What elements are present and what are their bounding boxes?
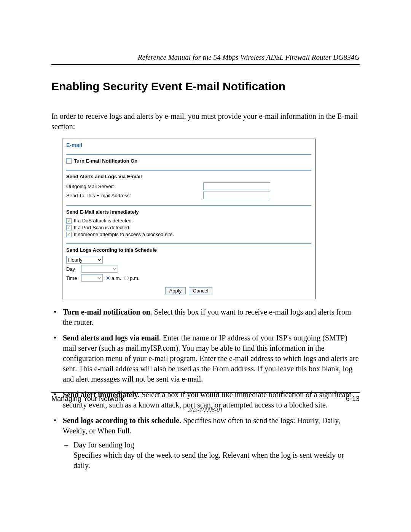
smtp-label: Outgoing Mail Server: xyxy=(66,184,203,189)
bullet-item: Send alerts and logs via email. Enter th… xyxy=(51,333,360,384)
portscan-label: If a Port Scan is detected. xyxy=(74,225,131,230)
panel-divider xyxy=(66,243,311,244)
blocked-site-checkbox[interactable]: ✓ xyxy=(66,232,72,237)
page: Reference Manual for the 54 Mbps Wireles… xyxy=(0,0,411,532)
turn-on-label: Turn E-mail Notification On xyxy=(74,158,137,164)
portscan-checkbox[interactable]: ✓ xyxy=(66,225,72,230)
running-header: Reference Manual for the 54 Mbps Wireles… xyxy=(51,53,360,62)
footer-right: 6-13 xyxy=(346,395,360,403)
day-row: Day xyxy=(66,265,311,273)
bullet-item: Turn e-mail notification on. Select this… xyxy=(51,307,360,328)
am-radio[interactable] xyxy=(106,276,110,280)
sub-list: Day for sending log Specifies which day … xyxy=(63,440,360,471)
immediate-item[interactable]: ✓ If a Port Scan is detected. xyxy=(66,225,311,230)
time-label: Time xyxy=(66,275,81,281)
bullet-lead: Turn e-mail notification on xyxy=(63,308,150,316)
freq-row: Hourly xyxy=(66,256,311,264)
turn-on-checkbox[interactable] xyxy=(66,158,72,164)
cancel-button[interactable]: Cancel xyxy=(189,287,212,294)
to-input[interactable] xyxy=(203,192,270,199)
pm-radio[interactable] xyxy=(124,276,129,280)
blocked-site-label: If someone attempts to access a blocked … xyxy=(74,232,174,237)
dos-checkbox[interactable]: ✓ xyxy=(66,218,72,224)
section-title: Enabling Security Event E-mail Notificat… xyxy=(51,80,360,93)
immediate-item[interactable]: ✓ If a DoS attack is detected. xyxy=(66,218,311,224)
time-select[interactable] xyxy=(81,274,103,282)
bullet-lead: Send alerts and logs via email xyxy=(63,334,159,342)
sub-line1: Day for sending log xyxy=(73,441,134,449)
day-select[interactable] xyxy=(81,265,118,273)
turn-on-row[interactable]: Turn E-mail Notification On xyxy=(66,158,311,164)
header-rule xyxy=(51,64,360,65)
immediate-heading: Send E-Mail alerts immediately xyxy=(66,209,311,215)
email-settings-panel: E-mail Turn E-mail Notification On Send … xyxy=(62,139,315,299)
schedule-heading: Send Logs According to this Schedule xyxy=(66,247,311,253)
immediate-item[interactable]: ✓ If someone attempts to access a blocke… xyxy=(66,232,311,237)
smtp-row: Outgoing Mail Server: xyxy=(66,182,311,190)
footer-rule xyxy=(51,392,360,393)
page-footer: Managing Your Network 6-13 202-10006-01 xyxy=(51,388,360,414)
dos-label: If a DoS attack is detected. xyxy=(74,218,133,224)
day-label: Day xyxy=(66,266,81,272)
intro-paragraph: In order to receive logs and alerts by e… xyxy=(51,111,360,132)
button-bar: Apply Cancel xyxy=(66,287,311,294)
alerts-logs-heading: Send Alerts and Logs Via E-mail xyxy=(66,174,311,179)
pm-label: p.m. xyxy=(130,275,139,281)
time-row: Time a.m. p.m. xyxy=(66,274,311,282)
panel-title: E-mail xyxy=(66,142,311,148)
panel-divider xyxy=(66,154,311,155)
panel-divider xyxy=(66,170,311,171)
footer-docnum: 202-10006-01 xyxy=(51,407,360,414)
sub-line2: Specifies which day of the week to send … xyxy=(73,451,344,470)
sub-item: Day for sending log Specifies which day … xyxy=(63,440,360,471)
to-label: Send To This E-mail Address: xyxy=(66,193,203,198)
smtp-input[interactable] xyxy=(203,182,270,190)
bullet-lead: Send logs according to this schedule. xyxy=(63,416,181,425)
panel-divider xyxy=(66,205,311,206)
bullet-item: Send logs according to this schedule. Sp… xyxy=(51,415,360,471)
footer-left: Managing Your Network xyxy=(51,395,124,403)
am-label: a.m. xyxy=(112,275,121,281)
apply-button[interactable]: Apply xyxy=(165,287,186,294)
freq-select[interactable]: Hourly xyxy=(66,256,103,264)
to-row: Send To This E-mail Address: xyxy=(66,192,311,199)
